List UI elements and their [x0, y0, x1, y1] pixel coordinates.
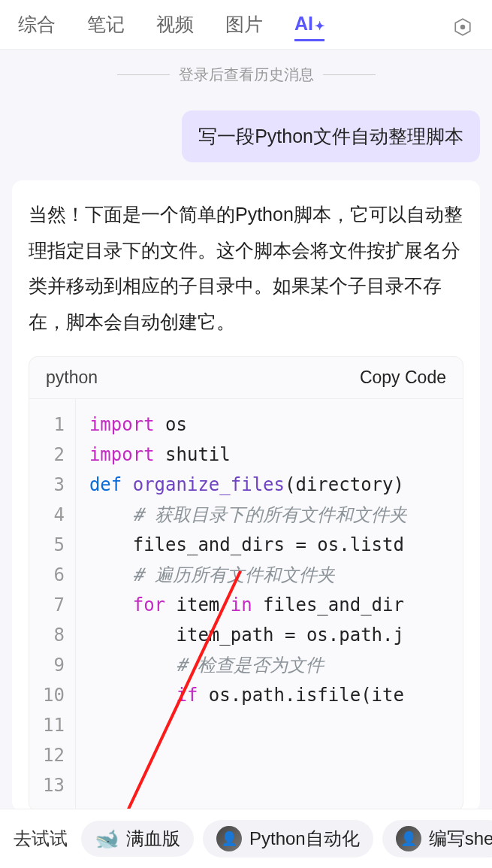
try-label: 去试试: [9, 827, 72, 851]
tab-video[interactable]: 视频: [156, 12, 194, 41]
whale-icon: 🐋: [95, 827, 119, 851]
code-gutter: 12345678910111213: [29, 399, 76, 811]
tab-comprehensive[interactable]: 综合: [18, 12, 56, 41]
avatar-icon: 👤: [396, 826, 421, 851]
user-message-bubble: 写一段Python文件自动整理脚本: [182, 110, 480, 162]
chip-full-version[interactable]: 🐋 满血版: [81, 821, 194, 857]
divider-line: [323, 74, 376, 75]
footer-bar: 去试试 🐋 满血版 👤 Python自动化 👤 编写she: [0, 809, 492, 868]
code-lines: import osimport shutildef organize_files…: [76, 399, 463, 811]
chip-write-shell[interactable]: 👤 编写she: [382, 820, 492, 857]
avatar-icon: 👤: [216, 826, 242, 851]
tab-ai[interactable]: AI✦: [294, 13, 324, 41]
chip-python-automation[interactable]: 👤 Python自动化: [203, 820, 373, 857]
chip-label: 满血版: [126, 827, 180, 851]
tab-image[interactable]: 图片: [225, 12, 263, 41]
chip-label: Python自动化: [249, 827, 360, 851]
code-language-label: python: [46, 367, 98, 388]
chat-area: 写一段Python文件自动整理脚本 当然！下面是一个简单的Python脚本，它可…: [0, 100, 492, 812]
login-hint-row[interactable]: 登录后查看历史消息: [0, 50, 492, 100]
code-block: python Copy Code 12345678910111213 impor…: [29, 356, 463, 812]
settings-hex-icon[interactable]: [451, 16, 474, 38]
sparkle-icon: ✦: [315, 20, 324, 32]
svg-point-1: [461, 25, 465, 29]
copy-code-button[interactable]: Copy Code: [360, 367, 446, 388]
top-tabs: 综合 笔记 视频 图片 AI✦: [0, 0, 492, 50]
assistant-text: 当然！下面是一个简单的Python脚本，它可以自动整理指定目录下的文件。这个脚本…: [29, 197, 463, 340]
tab-notes[interactable]: 笔记: [87, 12, 125, 41]
chip-label: 编写she: [429, 827, 492, 851]
login-hint-text: 登录后查看历史消息: [179, 65, 314, 85]
assistant-response-card: 当然！下面是一个简单的Python脚本，它可以自动整理指定目录下的文件。这个脚本…: [12, 180, 480, 812]
divider-line: [117, 74, 170, 75]
